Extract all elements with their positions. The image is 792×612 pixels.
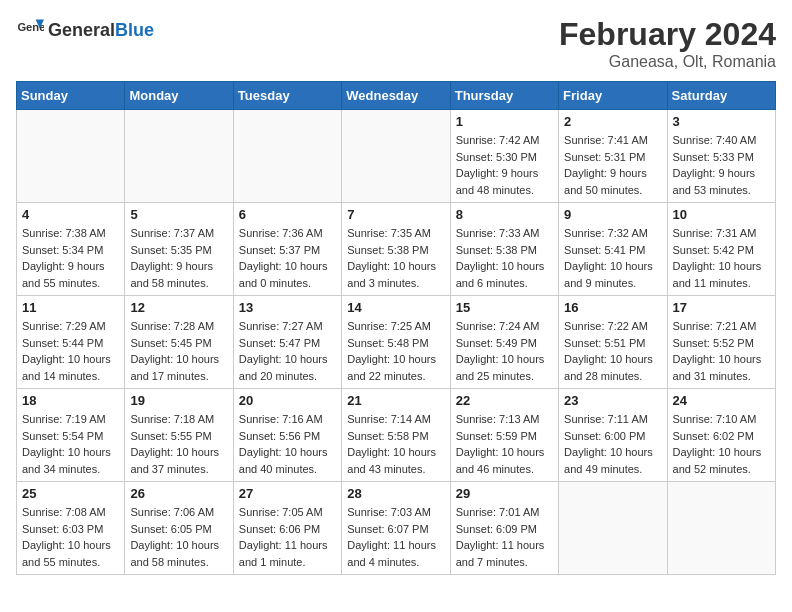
logo: General General Blue [16, 16, 154, 44]
page-header: General General Blue February 2024 Ganea… [16, 16, 776, 71]
calendar-cell: 6Sunrise: 7:36 AM Sunset: 5:37 PM Daylig… [233, 203, 341, 296]
day-number: 21 [347, 393, 444, 408]
day-info: Sunrise: 7:36 AM Sunset: 5:37 PM Dayligh… [239, 225, 336, 291]
day-info: Sunrise: 7:16 AM Sunset: 5:56 PM Dayligh… [239, 411, 336, 477]
calendar-cell: 4Sunrise: 7:38 AM Sunset: 5:34 PM Daylig… [17, 203, 125, 296]
day-number: 14 [347, 300, 444, 315]
day-info: Sunrise: 7:19 AM Sunset: 5:54 PM Dayligh… [22, 411, 119, 477]
day-number: 12 [130, 300, 227, 315]
week-row: 1Sunrise: 7:42 AM Sunset: 5:30 PM Daylig… [17, 110, 776, 203]
day-number: 24 [673, 393, 770, 408]
day-info: Sunrise: 7:11 AM Sunset: 6:00 PM Dayligh… [564, 411, 661, 477]
day-info: Sunrise: 7:06 AM Sunset: 6:05 PM Dayligh… [130, 504, 227, 570]
day-info: Sunrise: 7:10 AM Sunset: 6:02 PM Dayligh… [673, 411, 770, 477]
calendar-cell: 2Sunrise: 7:41 AM Sunset: 5:31 PM Daylig… [559, 110, 667, 203]
day-info: Sunrise: 7:14 AM Sunset: 5:58 PM Dayligh… [347, 411, 444, 477]
day-number: 23 [564, 393, 661, 408]
calendar-cell: 18Sunrise: 7:19 AM Sunset: 5:54 PM Dayli… [17, 389, 125, 482]
calendar-cell [233, 110, 341, 203]
day-info: Sunrise: 7:18 AM Sunset: 5:55 PM Dayligh… [130, 411, 227, 477]
day-info: Sunrise: 7:24 AM Sunset: 5:49 PM Dayligh… [456, 318, 553, 384]
weekday-header: Sunday [17, 82, 125, 110]
weekday-header: Tuesday [233, 82, 341, 110]
day-number: 26 [130, 486, 227, 501]
day-info: Sunrise: 7:08 AM Sunset: 6:03 PM Dayligh… [22, 504, 119, 570]
calendar-cell: 7Sunrise: 7:35 AM Sunset: 5:38 PM Daylig… [342, 203, 450, 296]
day-info: Sunrise: 7:22 AM Sunset: 5:51 PM Dayligh… [564, 318, 661, 384]
week-row: 18Sunrise: 7:19 AM Sunset: 5:54 PM Dayli… [17, 389, 776, 482]
day-number: 10 [673, 207, 770, 222]
calendar-cell: 22Sunrise: 7:13 AM Sunset: 5:59 PM Dayli… [450, 389, 558, 482]
calendar-cell: 5Sunrise: 7:37 AM Sunset: 5:35 PM Daylig… [125, 203, 233, 296]
calendar-cell: 11Sunrise: 7:29 AM Sunset: 5:44 PM Dayli… [17, 296, 125, 389]
day-number: 22 [456, 393, 553, 408]
day-info: Sunrise: 7:33 AM Sunset: 5:38 PM Dayligh… [456, 225, 553, 291]
calendar-cell: 3Sunrise: 7:40 AM Sunset: 5:33 PM Daylig… [667, 110, 775, 203]
calendar-cell: 23Sunrise: 7:11 AM Sunset: 6:00 PM Dayli… [559, 389, 667, 482]
calendar-cell: 1Sunrise: 7:42 AM Sunset: 5:30 PM Daylig… [450, 110, 558, 203]
calendar-cell [667, 482, 775, 575]
calendar-cell: 15Sunrise: 7:24 AM Sunset: 5:49 PM Dayli… [450, 296, 558, 389]
day-number: 16 [564, 300, 661, 315]
day-number: 19 [130, 393, 227, 408]
day-info: Sunrise: 7:41 AM Sunset: 5:31 PM Dayligh… [564, 132, 661, 198]
day-number: 7 [347, 207, 444, 222]
weekday-header: Saturday [667, 82, 775, 110]
calendar-cell: 27Sunrise: 7:05 AM Sunset: 6:06 PM Dayli… [233, 482, 341, 575]
day-info: Sunrise: 7:25 AM Sunset: 5:48 PM Dayligh… [347, 318, 444, 384]
day-number: 2 [564, 114, 661, 129]
day-number: 3 [673, 114, 770, 129]
day-number: 28 [347, 486, 444, 501]
calendar-cell: 10Sunrise: 7:31 AM Sunset: 5:42 PM Dayli… [667, 203, 775, 296]
logo-general-text: General [48, 20, 115, 41]
day-number: 6 [239, 207, 336, 222]
day-info: Sunrise: 7:38 AM Sunset: 5:34 PM Dayligh… [22, 225, 119, 291]
calendar-cell: 17Sunrise: 7:21 AM Sunset: 5:52 PM Dayli… [667, 296, 775, 389]
page-subtitle: Ganeasa, Olt, Romania [559, 53, 776, 71]
day-info: Sunrise: 7:31 AM Sunset: 5:42 PM Dayligh… [673, 225, 770, 291]
day-info: Sunrise: 7:27 AM Sunset: 5:47 PM Dayligh… [239, 318, 336, 384]
day-info: Sunrise: 7:40 AM Sunset: 5:33 PM Dayligh… [673, 132, 770, 198]
week-row: 11Sunrise: 7:29 AM Sunset: 5:44 PM Dayli… [17, 296, 776, 389]
day-number: 15 [456, 300, 553, 315]
title-area: February 2024 Ganeasa, Olt, Romania [559, 16, 776, 71]
day-info: Sunrise: 7:32 AM Sunset: 5:41 PM Dayligh… [564, 225, 661, 291]
weekday-header: Wednesday [342, 82, 450, 110]
day-number: 27 [239, 486, 336, 501]
calendar-cell: 28Sunrise: 7:03 AM Sunset: 6:07 PM Dayli… [342, 482, 450, 575]
calendar-cell: 25Sunrise: 7:08 AM Sunset: 6:03 PM Dayli… [17, 482, 125, 575]
day-number: 29 [456, 486, 553, 501]
day-number: 17 [673, 300, 770, 315]
day-number: 9 [564, 207, 661, 222]
week-row: 25Sunrise: 7:08 AM Sunset: 6:03 PM Dayli… [17, 482, 776, 575]
calendar-cell: 12Sunrise: 7:28 AM Sunset: 5:45 PM Dayli… [125, 296, 233, 389]
day-number: 25 [22, 486, 119, 501]
calendar-cell: 13Sunrise: 7:27 AM Sunset: 5:47 PM Dayli… [233, 296, 341, 389]
day-info: Sunrise: 7:37 AM Sunset: 5:35 PM Dayligh… [130, 225, 227, 291]
day-number: 1 [456, 114, 553, 129]
calendar-cell [125, 110, 233, 203]
day-info: Sunrise: 7:35 AM Sunset: 5:38 PM Dayligh… [347, 225, 444, 291]
weekday-header: Thursday [450, 82, 558, 110]
calendar-cell [342, 110, 450, 203]
calendar-cell: 16Sunrise: 7:22 AM Sunset: 5:51 PM Dayli… [559, 296, 667, 389]
day-info: Sunrise: 7:05 AM Sunset: 6:06 PM Dayligh… [239, 504, 336, 570]
calendar-cell: 19Sunrise: 7:18 AM Sunset: 5:55 PM Dayli… [125, 389, 233, 482]
day-info: Sunrise: 7:03 AM Sunset: 6:07 PM Dayligh… [347, 504, 444, 570]
day-number: 5 [130, 207, 227, 222]
calendar-header-row: SundayMondayTuesdayWednesdayThursdayFrid… [17, 82, 776, 110]
calendar-cell: 8Sunrise: 7:33 AM Sunset: 5:38 PM Daylig… [450, 203, 558, 296]
day-info: Sunrise: 7:29 AM Sunset: 5:44 PM Dayligh… [22, 318, 119, 384]
day-number: 18 [22, 393, 119, 408]
logo-blue-text: Blue [115, 20, 154, 41]
day-info: Sunrise: 7:21 AM Sunset: 5:52 PM Dayligh… [673, 318, 770, 384]
day-info: Sunrise: 7:42 AM Sunset: 5:30 PM Dayligh… [456, 132, 553, 198]
day-number: 20 [239, 393, 336, 408]
day-number: 8 [456, 207, 553, 222]
calendar-cell: 21Sunrise: 7:14 AM Sunset: 5:58 PM Dayli… [342, 389, 450, 482]
day-number: 4 [22, 207, 119, 222]
day-info: Sunrise: 7:13 AM Sunset: 5:59 PM Dayligh… [456, 411, 553, 477]
calendar-cell: 20Sunrise: 7:16 AM Sunset: 5:56 PM Dayli… [233, 389, 341, 482]
logo-icon: General [16, 16, 44, 44]
day-info: Sunrise: 7:28 AM Sunset: 5:45 PM Dayligh… [130, 318, 227, 384]
